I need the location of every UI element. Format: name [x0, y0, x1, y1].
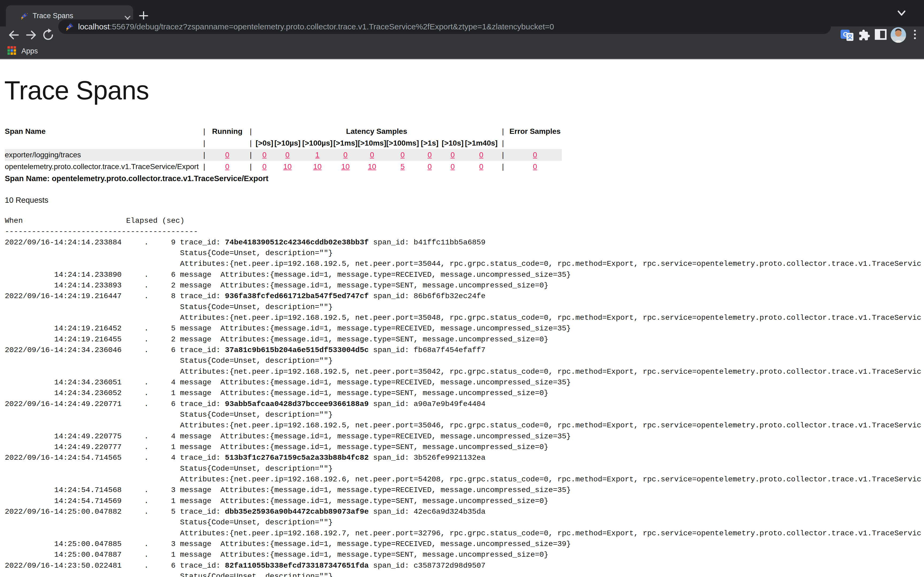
col-error-samples: Error Samples	[508, 126, 562, 137]
latency-sample-link[interactable]: 0	[479, 151, 483, 159]
trace-id: 513b3f1c276a7159c5a2a33b88b4fc82	[225, 454, 369, 462]
separator: |	[498, 149, 508, 161]
log-line: Attributes:{net.peer.ip=192.168.192.5, n…	[5, 420, 921, 431]
separator: |	[200, 149, 208, 161]
error-cell: 0	[508, 149, 562, 161]
trace-id: 82fa11055b338efcd733187347651fda	[225, 561, 369, 570]
latency-sample-link[interactable]: 0	[343, 151, 347, 159]
bookmarks-bar: Apps	[0, 43, 924, 59]
page-title: Trace Spans	[4, 75, 149, 105]
running-count-link[interactable]: 0	[225, 163, 229, 171]
latency-sample-cell: 0	[465, 149, 498, 161]
latency-sample-cell: 1	[302, 149, 333, 161]
log-line: 14:24:19.216455 . 2 message Attributes:{…	[5, 334, 921, 345]
running-count-link[interactable]: 0	[225, 151, 229, 159]
latency-sample-link[interactable]: 0	[262, 163, 267, 171]
latency-sample-link[interactable]: 0	[401, 151, 405, 159]
span-summary-table: Span Name | Running | Latency Samples | …	[5, 126, 562, 172]
bookmark-label: Apps	[21, 47, 38, 55]
log-line: 14:24:14.233893 . 2 message Attributes:{…	[5, 280, 921, 291]
latency-sample-cell: 0	[273, 149, 302, 161]
trace-id: dbb35e25936a90b4472cabb89073af9e	[225, 508, 369, 516]
latency-bucket-label: [>1m40s]	[465, 137, 498, 149]
log-line: 14:25:00.047887 . 1 message Attributes:{…	[5, 550, 921, 560]
error-sample-link[interactable]: 0	[533, 151, 537, 159]
browser-window: { "browser": { "tab": { "title": "Trace …	[0, 0, 924, 577]
log-line: Status{Code=Unset, description=""}	[5, 463, 921, 474]
log-line: Status{Code=Unset, description=""}	[5, 409, 921, 420]
latency-sample-cell: 0	[358, 149, 386, 161]
latency-bucket-label: [>0s]	[255, 137, 273, 149]
separator: |	[498, 137, 508, 149]
span-name-cell: opentelemetry.proto.collector.trace.v1.T…	[5, 161, 200, 172]
log-line: 14:24:14.233890 . 6 message Attributes:{…	[5, 269, 921, 280]
address-bar[interactable]: localhost:55679/debug/tracez?zspanname=o…	[58, 19, 831, 34]
latency-sample-cell: 0	[255, 149, 273, 161]
log-line: 14:24:34.236051 . 4 message Attributes:{…	[5, 377, 921, 388]
log-line: Status{Code=Unset, description=""}	[5, 517, 921, 528]
latency-sample-link[interactable]: 1	[315, 151, 320, 159]
latency-sample-link[interactable]: 0	[428, 151, 432, 159]
log-line: Attributes:{net.peer.ip=192.168.192.6, n…	[5, 474, 921, 485]
telescope-favicon-icon	[65, 22, 74, 32]
latency-sample-link[interactable]: 0	[451, 151, 455, 159]
log-line: 14:24:49.220777 . 1 message Attributes:{…	[5, 442, 921, 453]
latency-sample-cell: 0	[440, 161, 465, 172]
running-cell: 0	[208, 161, 246, 172]
latency-bucket-label: [>10ms]	[358, 137, 386, 149]
running-cell: 0	[208, 149, 246, 161]
trace-id: 936fa38fcfed661712ba547f5ed747cf	[225, 292, 369, 300]
selected-span-name: Span Name: opentelemetry.proto.collector…	[5, 174, 268, 183]
col-latency-samples: Latency Samples	[255, 126, 498, 137]
apps-grid-icon	[7, 46, 16, 56]
latency-sample-link[interactable]: 0	[428, 163, 432, 171]
latency-sample-cell: 10	[358, 161, 386, 172]
log-line: 14:24:54.714568 . 3 message Attributes:{…	[5, 485, 921, 495]
trace-id: 93abb5afcaa0428d37bccee9366188a9	[225, 400, 369, 408]
latency-sample-link[interactable]: 5	[401, 163, 405, 171]
latency-sample-cell: 0	[465, 161, 498, 172]
chevron-down-icon[interactable]	[895, 8, 908, 19]
latency-sample-link[interactable]: 0	[285, 151, 289, 159]
separator: |	[498, 161, 508, 172]
error-sample-link[interactable]: 0	[533, 163, 537, 171]
log-line: 2022/09/16-14:24:54.714565 . 4 trace_id:…	[5, 453, 921, 463]
log-line: 2022/09/16-14:24:49.220771 . 6 trace_id:…	[5, 399, 921, 409]
log-line: When Elapsed (sec)	[5, 216, 921, 226]
latency-sample-cell: 0	[419, 149, 440, 161]
latency-sample-cell: 0	[333, 149, 358, 161]
log-line: ----------------------------------------…	[5, 226, 921, 237]
latency-sample-link[interactable]: 10	[368, 163, 376, 171]
span-row: opentelemetry.proto.collector.trace.v1.T…	[5, 161, 562, 172]
log-line: 2022/09/16-14:25:00.047882 . 5 trace_id:…	[5, 506, 921, 517]
browser-toolbar: localhost:55679/debug/tracez?zspanname=o…	[0, 26, 924, 43]
latency-sample-link[interactable]: 0	[262, 151, 267, 159]
latency-sample-link[interactable]: 0	[479, 163, 483, 171]
log-line: Attributes:{net.peer.ip=192.168.192.7, n…	[5, 528, 921, 539]
latency-sample-link[interactable]: 10	[283, 163, 292, 171]
latency-sample-cell: 0	[386, 149, 419, 161]
log-line: Attributes:{net.peer.ip=192.168.192.5, n…	[5, 313, 921, 323]
latency-sample-cell: 10	[273, 161, 302, 172]
latency-bucket-label: [>10µs]	[273, 137, 302, 149]
request-count: 10 Requests	[5, 196, 48, 205]
latency-sample-link[interactable]: 0	[451, 163, 455, 171]
log-line: 2022/09/16-14:24:19.216447 . 8 trace_id:…	[5, 291, 921, 301]
latency-sample-link[interactable]: 10	[341, 163, 350, 171]
latency-sample-link[interactable]: 0	[370, 151, 374, 159]
bookmark-apps[interactable]: Apps	[7, 45, 38, 57]
log-line: 14:24:19.216452 . 5 message Attributes:{…	[5, 323, 921, 334]
latency-bucket-label: [>10s]	[440, 137, 465, 149]
trace-id: 74be418390512c42346cddb02e38bb3f	[225, 238, 369, 247]
latency-bucket-label: [>100ms]	[386, 137, 419, 149]
separator: |	[246, 149, 255, 161]
url-path: :55679/debug/tracez?zspanname=openteleme…	[110, 22, 554, 31]
request-log: When Elapsed (sec)----------------------…	[5, 216, 921, 577]
log-line: 14:25:00.047885 . 3 message Attributes:{…	[5, 539, 921, 550]
separator: |	[200, 161, 208, 172]
latency-sample-link[interactable]: 10	[313, 163, 321, 171]
separator: |	[246, 126, 255, 137]
latency-bucket-label: [>1ms]	[333, 137, 358, 149]
log-line: Status{Code=Unset, description=""}	[5, 356, 921, 366]
log-line: 14:24:49.220775 . 4 message Attributes:{…	[5, 431, 921, 442]
